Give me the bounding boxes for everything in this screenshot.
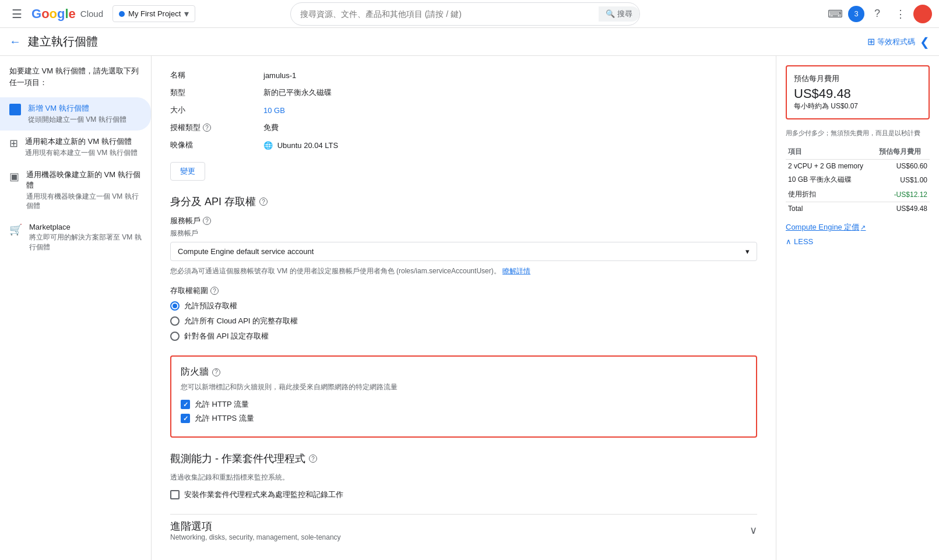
access-label-help[interactable]: ? — [203, 124, 211, 132]
subnav-actions: ⊞ 等效程式碼 ❮ — [867, 35, 930, 49]
sidebar-item-template-vm[interactable]: ⊞ 通用範本建立新的 VM 執行個體 通用現有範本建立一個 VM 執行個體 — [0, 131, 151, 164]
image-row: 映像檔 🌐 Ubuntu 20.04 LTS — [170, 140, 757, 150]
service-account-dropdown[interactable]: Compute Engine default service account ▾ — [170, 242, 757, 261]
cost-table-header-item: 項目 — [786, 145, 877, 160]
identity-title: 身分及 API 存取權 ? — [170, 195, 757, 209]
help-icon[interactable]: ? — [867, 3, 888, 24]
top-navigation: ☰ Google Cloud My First Project ▾ 🔍 搜尋 ⌨… — [0, 0, 939, 28]
more-options-icon[interactable]: ⋮ — [890, 3, 911, 24]
equivalent-code-button-top[interactable]: ⊞ 等效程式碼 — [867, 36, 915, 47]
firewall-section: 防火牆 ? 您可以新增標記和防火牆規則，藉此接受來自網際網路的特定網路流量 允許… — [170, 355, 757, 438]
cost-estimate-box: 預估每月費用 US$49.48 每小時約為 US$0.07 — [786, 65, 930, 119]
sub-navigation: ← 建立執行個體 ⊞ 等效程式碼 ❮ — [0, 28, 939, 56]
size-label: 大小 — [170, 105, 263, 115]
cost-item-1: 10 GB 平衡永久磁碟 — [786, 172, 877, 187]
search-bar: 🔍 搜尋 — [290, 2, 640, 26]
radio-custom-access[interactable]: 針對各個 API 設定存取權 — [170, 331, 757, 341]
radio-custom-icon — [170, 332, 180, 341]
cost-price: US$49.48 — [794, 86, 922, 101]
notification-badge[interactable]: 3 — [848, 6, 864, 22]
cost-table: 項目 預估每月費用 2 vCPU + 2 GB memory US$60.60 … — [786, 145, 930, 215]
service-account-sublabel: 服務帳戶 — [170, 228, 757, 238]
less-button[interactable]: ∧ LESS — [786, 237, 930, 246]
dropdown-arrow-icon: ▾ — [745, 247, 750, 256]
access-scope-radio-group: 允許預設存取權 允許所有 Cloud API 的完整存取權 針對各個 API 設… — [170, 301, 757, 341]
cloud-text: Cloud — [80, 9, 103, 19]
left-sidebar: 如要建立 VM 執行個體，請先選取下列任一項目： + 新增 VM 執行個體 從頭… — [0, 56, 152, 560]
radio-full-access[interactable]: 允許所有 Cloud API 的完整存取權 — [170, 316, 757, 326]
checkbox-https[interactable]: 允許 HTTPS 流量 — [181, 413, 747, 424]
basic-fields-section: 名稱 jamulus-1 類型 新的已平衡永久磁碟 大小 10 GB 授權類型?… — [170, 70, 757, 181]
cost-sidebar: 預估每月費用 US$49.48 每小時約為 US$0.07 用多少付多少；無須預… — [776, 56, 939, 560]
terminal-icon[interactable]: ⌨ — [825, 3, 846, 24]
obs-install-checkbox[interactable]: 安裝作業套件代理程式來為處理監控和記錄工作 — [170, 489, 757, 500]
chevron-up-icon: ∧ — [786, 237, 792, 246]
sidebar-item-image-vm[interactable]: ▣ 通用機器映像建立新的 VM 執行個體 通用現有機器映像建立一個 VM 執行個… — [0, 164, 151, 217]
cost-row-2: 使用折扣 -US$12.12 — [786, 187, 930, 202]
page-title: 建立執行個體 — [28, 34, 98, 50]
code-icon: ⊞ — [867, 36, 875, 47]
image-icon: ▣ — [9, 170, 19, 183]
cost-row-0: 2 vCPU + 2 GB memory US$60.60 — [786, 160, 930, 173]
access-row: 授權類型? 免費 — [170, 122, 757, 133]
globe-icon: 🌐 — [263, 141, 273, 150]
cost-item-0: 2 vCPU + 2 GB memory — [786, 160, 877, 173]
access-label: 授權類型? — [170, 122, 263, 133]
service-account-note: 您必須為可通過這個服務帳號存取 VM 的使用者設定服務帳戶使用者角色 (role… — [170, 266, 757, 276]
service-account-help-icon[interactable]: ? — [203, 217, 211, 225]
learn-more-link[interactable]: 瞭解詳情 — [502, 267, 530, 275]
advanced-title: 進階選項 — [170, 519, 341, 533]
cost-value-total: US$49.48 — [877, 202, 930, 216]
sidebar-item-marketplace-title: Marketplace — [29, 223, 142, 231]
sidebar-item-new-vm[interactable]: + 新增 VM 執行個體 從頭開始建立一個 VM 執行個體 — [0, 97, 151, 131]
sidebar-item-new-vm-title: 新增 VM 執行個體 — [28, 103, 142, 114]
identity-help-icon[interactable]: ? — [259, 198, 268, 206]
sidebar-item-template-vm-content: 通用範本建立新的 VM 執行個體 通用現有範本建立一個 VM 執行個體 — [25, 136, 142, 158]
obs-title: 觀測能力 - 作業套件代理程式 ? — [170, 452, 757, 466]
name-label: 名稱 — [170, 70, 263, 80]
search-button[interactable]: 🔍 搜尋 — [599, 6, 639, 22]
sidebar-item-template-vm-desc: 通用現有範本建立一個 VM 執行個體 — [25, 148, 142, 158]
firewall-help-icon[interactable]: ? — [212, 368, 220, 376]
checkbox-http[interactable]: 允許 HTTP 流量 — [181, 399, 747, 410]
sidebar-item-image-vm-title: 通用機器映像建立新的 VM 執行個體 — [26, 170, 142, 191]
search-icon: 🔍 — [606, 9, 615, 18]
project-selector[interactable]: My First Project ▾ — [112, 5, 195, 22]
cost-value-0: US$60.60 — [877, 160, 930, 173]
hamburger-menu-icon[interactable]: ☰ — [7, 2, 27, 26]
sidebar-item-new-vm-desc: 從頭開始建立一個 VM 執行個體 — [28, 115, 142, 125]
project-name: My First Project — [128, 9, 181, 18]
advanced-header-left: 進階選項 Networking, disks, security, manage… — [170, 519, 341, 541]
cost-hourly: 每小時約為 US$0.07 — [794, 101, 922, 111]
sidebar-item-image-vm-desc: 通用現有機器映像建立一個 VM 執行個體 — [26, 192, 142, 212]
google-cloud-logo: Google Cloud — [31, 6, 103, 22]
compute-pricing-link[interactable]: Compute Engine 定價 ↗ — [786, 222, 930, 233]
change-button[interactable]: 變更 — [170, 162, 205, 181]
type-row: 類型 新的已平衡永久磁碟 — [170, 87, 757, 98]
external-link-icon: ↗ — [860, 224, 866, 231]
advanced-header[interactable]: 進階選項 Networking, disks, security, manage… — [170, 514, 757, 546]
access-scope-help-icon[interactable]: ? — [210, 287, 219, 295]
cost-item-2: 使用折扣 — [786, 187, 877, 202]
image-label: 映像檔 — [170, 140, 263, 150]
firewall-desc: 您可以新增標記和防火牆規則，藉此接受來自網際網路的特定網路流量 — [181, 382, 747, 392]
cost-value-1: US$1.00 — [877, 172, 930, 187]
collapse-panel-icon[interactable]: ❮ — [920, 35, 930, 49]
radio-default-access[interactable]: 允許預設存取權 — [170, 301, 757, 311]
search-input[interactable] — [300, 9, 599, 19]
name-value: jamulus-1 — [263, 71, 296, 80]
cost-value-2: -US$12.12 — [877, 187, 930, 202]
cost-table-header-cost: 預估每月費用 — [877, 145, 930, 160]
observability-section: 觀測能力 - 作業套件代理程式 ? 透過收集記錄和重點指標來監控系統。 安裝作業… — [170, 452, 757, 500]
sidebar-item-marketplace-desc: 將立即可用的解決方案部署至 VM 執行個體 — [29, 233, 142, 252]
sidebar-intro-text: 如要建立 VM 執行個體，請先選取下列任一項目： — [0, 65, 151, 97]
cost-note: 用多少付多少；無須預先費用，而且是以秒計費 — [786, 129, 930, 138]
sidebar-item-marketplace[interactable]: 🛒 Marketplace 將立即可用的解決方案部署至 VM 執行個體 — [0, 217, 151, 258]
obs-desc: 透過收集記錄和重點指標來監控系統。 — [170, 473, 757, 482]
back-button[interactable]: ← — [9, 35, 21, 48]
cost-row-1: 10 GB 平衡永久磁碟 US$1.00 — [786, 172, 930, 187]
user-avatar[interactable] — [913, 5, 932, 23]
marketplace-icon: 🛒 — [9, 223, 22, 236]
obs-help-icon[interactable]: ? — [309, 455, 317, 463]
cost-item-total: Total — [786, 202, 877, 216]
